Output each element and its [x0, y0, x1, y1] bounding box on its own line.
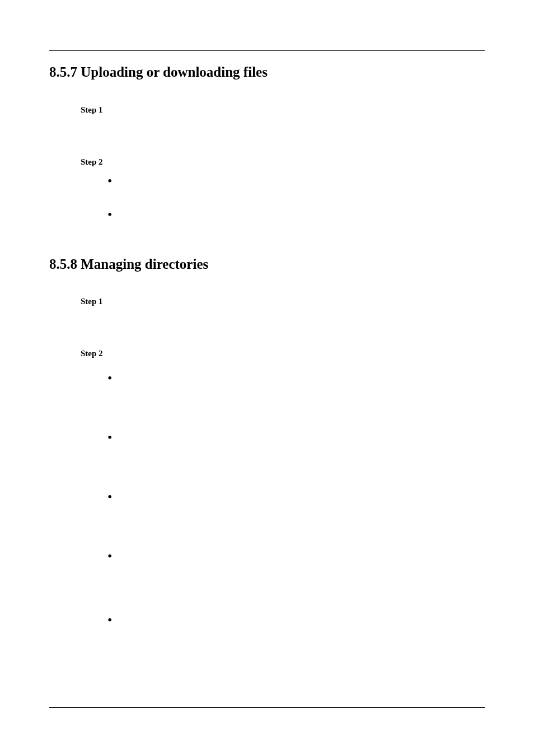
- step-block: Step 2: [81, 349, 485, 627]
- list-item: [107, 177, 485, 188]
- section-number: 8.5.8: [49, 256, 77, 272]
- step-label: Step 2: [81, 349, 485, 358]
- bottom-horizontal-rule: [49, 707, 485, 708]
- section-title: Uploading or downloading files: [81, 64, 268, 80]
- list-item: [107, 552, 485, 563]
- list-item: [107, 493, 485, 504]
- bullet-list: [107, 374, 485, 627]
- list-item: [107, 211, 485, 222]
- step-label: Step 2: [81, 157, 485, 167]
- section-heading: 8.5.7 Uploading or downloading files: [49, 63, 485, 82]
- section-title: Managing directories: [81, 256, 208, 272]
- list-item: [107, 374, 485, 385]
- bullet-list: [107, 177, 485, 222]
- section-number: 8.5.7: [49, 64, 77, 80]
- step-block: Step 1: [81, 105, 485, 115]
- list-item: [107, 616, 485, 627]
- document-page: 8.5.7 Uploading or downloading files Ste…: [0, 0, 534, 756]
- section-heading: 8.5.8 Managing directories: [49, 255, 485, 274]
- section-steps: Step 1 Step 2: [81, 297, 485, 627]
- top-horizontal-rule: [49, 50, 485, 51]
- step-label: Step 1: [81, 105, 485, 115]
- step-block: Step 1: [81, 297, 485, 306]
- step-label: Step 1: [81, 297, 485, 306]
- step-block: Step 2: [81, 157, 485, 222]
- list-item: [107, 433, 485, 445]
- section-steps: Step 1 Step 2: [81, 105, 485, 222]
